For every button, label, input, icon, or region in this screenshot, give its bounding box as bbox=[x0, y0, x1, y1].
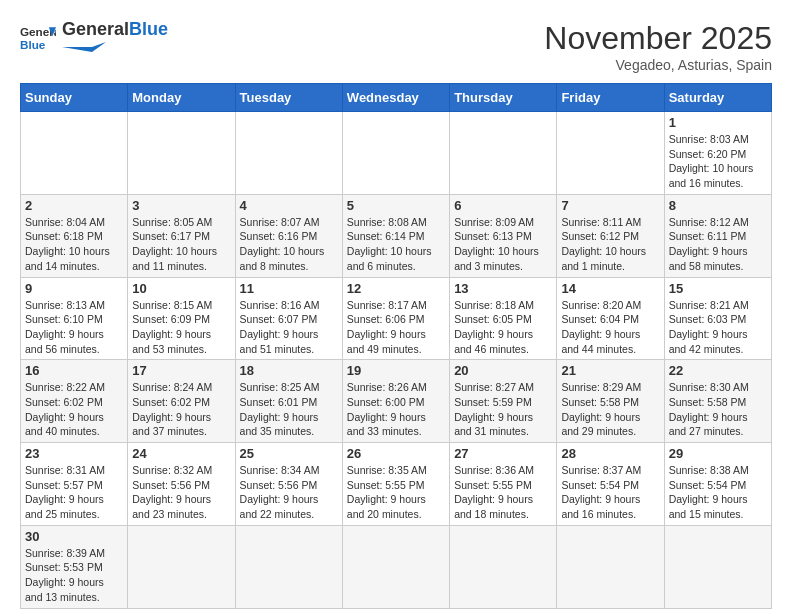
calendar-cell: 5Sunrise: 8:08 AM Sunset: 6:14 PM Daylig… bbox=[342, 194, 449, 277]
calendar-cell bbox=[450, 525, 557, 608]
calendar-cell: 27Sunrise: 8:36 AM Sunset: 5:55 PM Dayli… bbox=[450, 443, 557, 526]
day-number: 1 bbox=[669, 115, 767, 130]
day-number: 24 bbox=[132, 446, 230, 461]
day-number: 29 bbox=[669, 446, 767, 461]
calendar-cell: 12Sunrise: 8:17 AM Sunset: 6:06 PM Dayli… bbox=[342, 277, 449, 360]
calendar-cell: 10Sunrise: 8:15 AM Sunset: 6:09 PM Dayli… bbox=[128, 277, 235, 360]
calendar-week-4: 16Sunrise: 8:22 AM Sunset: 6:02 PM Dayli… bbox=[21, 360, 772, 443]
day-number: 14 bbox=[561, 281, 659, 296]
svg-marker-3 bbox=[62, 42, 106, 52]
day-info: Sunrise: 8:13 AM Sunset: 6:10 PM Dayligh… bbox=[25, 298, 123, 357]
month-title: November 2025 bbox=[544, 20, 772, 57]
day-info: Sunrise: 8:12 AM Sunset: 6:11 PM Dayligh… bbox=[669, 215, 767, 274]
day-info: Sunrise: 8:36 AM Sunset: 5:55 PM Dayligh… bbox=[454, 463, 552, 522]
day-info: Sunrise: 8:37 AM Sunset: 5:54 PM Dayligh… bbox=[561, 463, 659, 522]
calendar-week-5: 23Sunrise: 8:31 AM Sunset: 5:57 PM Dayli… bbox=[21, 443, 772, 526]
day-number: 11 bbox=[240, 281, 338, 296]
day-number: 27 bbox=[454, 446, 552, 461]
calendar-cell bbox=[21, 112, 128, 195]
calendar-cell: 3Sunrise: 8:05 AM Sunset: 6:17 PM Daylig… bbox=[128, 194, 235, 277]
day-number: 23 bbox=[25, 446, 123, 461]
day-number: 15 bbox=[669, 281, 767, 296]
calendar-cell bbox=[557, 112, 664, 195]
calendar-cell: 14Sunrise: 8:20 AM Sunset: 6:04 PM Dayli… bbox=[557, 277, 664, 360]
svg-text:Blue: Blue bbox=[20, 38, 46, 51]
title-area: November 2025 Vegadeo, Asturias, Spain bbox=[544, 20, 772, 73]
day-number: 4 bbox=[240, 198, 338, 213]
weekday-header-thursday: Thursday bbox=[450, 84, 557, 112]
calendar-week-2: 2Sunrise: 8:04 AM Sunset: 6:18 PM Daylig… bbox=[21, 194, 772, 277]
day-number: 20 bbox=[454, 363, 552, 378]
day-info: Sunrise: 8:17 AM Sunset: 6:06 PM Dayligh… bbox=[347, 298, 445, 357]
logo: General Blue GeneralBlue bbox=[20, 20, 168, 56]
calendar-cell bbox=[557, 525, 664, 608]
calendar-cell: 25Sunrise: 8:34 AM Sunset: 5:56 PM Dayli… bbox=[235, 443, 342, 526]
day-number: 8 bbox=[669, 198, 767, 213]
calendar-cell: 24Sunrise: 8:32 AM Sunset: 5:56 PM Dayli… bbox=[128, 443, 235, 526]
day-number: 26 bbox=[347, 446, 445, 461]
day-info: Sunrise: 8:27 AM Sunset: 5:59 PM Dayligh… bbox=[454, 380, 552, 439]
calendar-cell bbox=[342, 112, 449, 195]
day-info: Sunrise: 8:29 AM Sunset: 5:58 PM Dayligh… bbox=[561, 380, 659, 439]
calendar-cell: 20Sunrise: 8:27 AM Sunset: 5:59 PM Dayli… bbox=[450, 360, 557, 443]
logo-swoosh bbox=[62, 42, 106, 52]
day-number: 19 bbox=[347, 363, 445, 378]
day-info: Sunrise: 8:22 AM Sunset: 6:02 PM Dayligh… bbox=[25, 380, 123, 439]
day-info: Sunrise: 8:35 AM Sunset: 5:55 PM Dayligh… bbox=[347, 463, 445, 522]
calendar-cell: 16Sunrise: 8:22 AM Sunset: 6:02 PM Dayli… bbox=[21, 360, 128, 443]
calendar-cell: 19Sunrise: 8:26 AM Sunset: 6:00 PM Dayli… bbox=[342, 360, 449, 443]
day-number: 22 bbox=[669, 363, 767, 378]
calendar-cell: 9Sunrise: 8:13 AM Sunset: 6:10 PM Daylig… bbox=[21, 277, 128, 360]
day-number: 2 bbox=[25, 198, 123, 213]
day-info: Sunrise: 8:24 AM Sunset: 6:02 PM Dayligh… bbox=[132, 380, 230, 439]
day-info: Sunrise: 8:11 AM Sunset: 6:12 PM Dayligh… bbox=[561, 215, 659, 274]
day-info: Sunrise: 8:18 AM Sunset: 6:05 PM Dayligh… bbox=[454, 298, 552, 357]
weekday-header-monday: Monday bbox=[128, 84, 235, 112]
day-info: Sunrise: 8:20 AM Sunset: 6:04 PM Dayligh… bbox=[561, 298, 659, 357]
day-number: 12 bbox=[347, 281, 445, 296]
day-info: Sunrise: 8:03 AM Sunset: 6:20 PM Dayligh… bbox=[669, 132, 767, 191]
calendar-cell: 7Sunrise: 8:11 AM Sunset: 6:12 PM Daylig… bbox=[557, 194, 664, 277]
calendar-cell: 26Sunrise: 8:35 AM Sunset: 5:55 PM Dayli… bbox=[342, 443, 449, 526]
calendar-cell: 2Sunrise: 8:04 AM Sunset: 6:18 PM Daylig… bbox=[21, 194, 128, 277]
day-number: 7 bbox=[561, 198, 659, 213]
calendar-cell bbox=[128, 112, 235, 195]
calendar-cell: 8Sunrise: 8:12 AM Sunset: 6:11 PM Daylig… bbox=[664, 194, 771, 277]
day-number: 28 bbox=[561, 446, 659, 461]
day-info: Sunrise: 8:07 AM Sunset: 6:16 PM Dayligh… bbox=[240, 215, 338, 274]
weekday-header-saturday: Saturday bbox=[664, 84, 771, 112]
calendar-cell: 30Sunrise: 8:39 AM Sunset: 5:53 PM Dayli… bbox=[21, 525, 128, 608]
day-info: Sunrise: 8:25 AM Sunset: 6:01 PM Dayligh… bbox=[240, 380, 338, 439]
day-info: Sunrise: 8:16 AM Sunset: 6:07 PM Dayligh… bbox=[240, 298, 338, 357]
day-info: Sunrise: 8:15 AM Sunset: 6:09 PM Dayligh… bbox=[132, 298, 230, 357]
day-info: Sunrise: 8:32 AM Sunset: 5:56 PM Dayligh… bbox=[132, 463, 230, 522]
weekday-header-tuesday: Tuesday bbox=[235, 84, 342, 112]
day-info: Sunrise: 8:05 AM Sunset: 6:17 PM Dayligh… bbox=[132, 215, 230, 274]
calendar-cell: 21Sunrise: 8:29 AM Sunset: 5:58 PM Dayli… bbox=[557, 360, 664, 443]
calendar-cell: 11Sunrise: 8:16 AM Sunset: 6:07 PM Dayli… bbox=[235, 277, 342, 360]
day-number: 25 bbox=[240, 446, 338, 461]
calendar-cell: 15Sunrise: 8:21 AM Sunset: 6:03 PM Dayli… bbox=[664, 277, 771, 360]
day-number: 18 bbox=[240, 363, 338, 378]
calendar-cell: 29Sunrise: 8:38 AM Sunset: 5:54 PM Dayli… bbox=[664, 443, 771, 526]
calendar-cell: 6Sunrise: 8:09 AM Sunset: 6:13 PM Daylig… bbox=[450, 194, 557, 277]
day-number: 17 bbox=[132, 363, 230, 378]
day-info: Sunrise: 8:26 AM Sunset: 6:00 PM Dayligh… bbox=[347, 380, 445, 439]
day-info: Sunrise: 8:09 AM Sunset: 6:13 PM Dayligh… bbox=[454, 215, 552, 274]
day-number: 13 bbox=[454, 281, 552, 296]
calendar-cell bbox=[235, 525, 342, 608]
weekday-header-row: SundayMondayTuesdayWednesdayThursdayFrid… bbox=[21, 84, 772, 112]
calendar-cell: 4Sunrise: 8:07 AM Sunset: 6:16 PM Daylig… bbox=[235, 194, 342, 277]
day-info: Sunrise: 8:21 AM Sunset: 6:03 PM Dayligh… bbox=[669, 298, 767, 357]
calendar-cell: 17Sunrise: 8:24 AM Sunset: 6:02 PM Dayli… bbox=[128, 360, 235, 443]
calendar-week-3: 9Sunrise: 8:13 AM Sunset: 6:10 PM Daylig… bbox=[21, 277, 772, 360]
calendar-week-6: 30Sunrise: 8:39 AM Sunset: 5:53 PM Dayli… bbox=[21, 525, 772, 608]
calendar-cell: 18Sunrise: 8:25 AM Sunset: 6:01 PM Dayli… bbox=[235, 360, 342, 443]
weekday-header-sunday: Sunday bbox=[21, 84, 128, 112]
day-number: 5 bbox=[347, 198, 445, 213]
weekday-header-friday: Friday bbox=[557, 84, 664, 112]
day-info: Sunrise: 8:08 AM Sunset: 6:14 PM Dayligh… bbox=[347, 215, 445, 274]
calendar-cell: 13Sunrise: 8:18 AM Sunset: 6:05 PM Dayli… bbox=[450, 277, 557, 360]
day-number: 21 bbox=[561, 363, 659, 378]
day-number: 3 bbox=[132, 198, 230, 213]
